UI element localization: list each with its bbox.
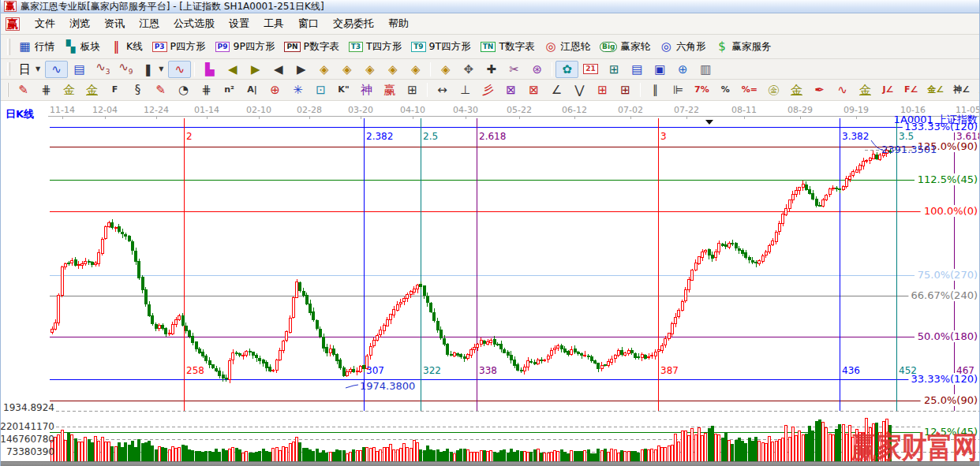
red-grid-button[interactable]: ⊞ bbox=[591, 81, 614, 99]
box-rays-button[interactable]: ⊠ bbox=[499, 81, 522, 99]
k-measure-button[interactable]: K" bbox=[332, 81, 355, 99]
calculator-icon: ⊞ bbox=[608, 63, 621, 76]
p-number-table-icon: PN bbox=[284, 42, 300, 52]
wave3-button[interactable]: ∿3 bbox=[91, 58, 114, 80]
gann-clock-button[interactable]: ◔ bbox=[172, 81, 195, 99]
chart-zigzag-toggle[interactable]: ∿ bbox=[45, 61, 68, 78]
menu-item-7[interactable]: 窗口 bbox=[291, 15, 326, 32]
last-bar-button[interactable]: ▶ bbox=[244, 61, 267, 78]
j-angle-button[interactable]: J∠ bbox=[877, 81, 900, 99]
calendar-button[interactable]: 21 bbox=[578, 62, 603, 76]
menu-item-9[interactable]: 帮助 bbox=[381, 15, 416, 32]
histogram-button[interactable]: ▙ bbox=[198, 61, 221, 78]
grid-target-button[interactable]: ⊡ bbox=[309, 81, 332, 99]
shen-tool-button[interactable]: 神 bbox=[355, 81, 378, 99]
target-circle-button[interactable]: ⊕ bbox=[264, 81, 286, 99]
draw-pencil2-button[interactable]: ✎ bbox=[149, 81, 172, 99]
diamond-right-button[interactable]: ◈ bbox=[335, 61, 358, 78]
svg-text:2: 2 bbox=[186, 131, 193, 142]
menu-item-2[interactable]: 资讯 bbox=[97, 15, 132, 32]
p9-square-button[interactable]: P99P四方形 bbox=[211, 38, 280, 56]
print-button[interactable]: ▥ bbox=[694, 61, 717, 78]
hrange-button[interactable]: ↔ bbox=[431, 81, 454, 99]
percent-level-button[interactable]: %= bbox=[737, 81, 762, 99]
hexagon-button[interactable]: ◎六角形 bbox=[655, 38, 711, 56]
diamond-expand-button[interactable]: ◈ bbox=[358, 61, 381, 78]
price-scale-button[interactable]: ⊫ bbox=[667, 81, 690, 99]
wave-fit-button[interactable]: ∿ bbox=[831, 81, 854, 99]
sectors-button[interactable]: ▚板块 bbox=[59, 38, 105, 56]
t-number-table-button[interactable]: TNT数字表 bbox=[476, 38, 540, 56]
red-grid2-button[interactable]: ⊞ bbox=[614, 81, 637, 99]
grid-123-button[interactable]: ⊞ bbox=[401, 81, 424, 99]
zigzag-red-button[interactable]: ∿ bbox=[168, 61, 191, 78]
p-number-table-button[interactable]: PNP数字表 bbox=[279, 38, 343, 56]
notes-button[interactable]: ▤ bbox=[626, 61, 649, 78]
winner-wheel-button[interactable]: Big赢家轮 bbox=[595, 38, 655, 56]
next-bar-button[interactable]: ▶ bbox=[290, 61, 312, 78]
kline-chart-area[interactable]: 11-1412-0412-2401-1402-1002-2803-2004-10… bbox=[1, 101, 979, 461]
golden-section2-button[interactable]: 金 bbox=[80, 81, 103, 99]
ying-tool-button[interactable]: 赢 bbox=[378, 81, 401, 99]
gann-wheel-button[interactable]: ◎江恩轮 bbox=[540, 38, 596, 56]
magic-tool-button[interactable]: ⊛ bbox=[526, 61, 548, 78]
golden-section-button[interactable]: 金 bbox=[58, 81, 80, 99]
fibonacci-button[interactable]: F bbox=[103, 81, 126, 99]
diamond-vmerge-button[interactable]: ◈ bbox=[404, 61, 427, 78]
quotes-button[interactable]: ▦行情 bbox=[13, 38, 59, 56]
star-burst-button[interactable]: ✳ bbox=[286, 81, 309, 99]
kline-button[interactable]: ‖K线 bbox=[105, 38, 148, 56]
hand-tool-button[interactable]: ✥ bbox=[457, 61, 480, 78]
diamond-vsplit-button[interactable]: ◈ bbox=[434, 61, 457, 78]
info-panel-button[interactable]: ▤ bbox=[68, 61, 91, 78]
angle-a-button[interactable]: A| bbox=[241, 81, 264, 99]
menu-item-8[interactable]: 交易委托 bbox=[326, 15, 381, 32]
t9-square-button[interactable]: T99T四方形 bbox=[406, 38, 476, 56]
f-angle-button[interactable]: F∠ bbox=[900, 81, 922, 99]
menu-item-0[interactable]: 文件 bbox=[28, 15, 62, 32]
save-button[interactable]: ▣ bbox=[649, 61, 671, 78]
box-rays2-button[interactable]: ⊠ bbox=[522, 81, 545, 99]
ink-button[interactable]: ✒ bbox=[808, 81, 831, 99]
diamond-left-button[interactable]: ◈ bbox=[312, 61, 335, 78]
p-square-button[interactable]: P3P四方形 bbox=[148, 38, 211, 56]
rays-button[interactable]: 彡 bbox=[477, 81, 499, 99]
menu-item-3[interactable]: 江恩 bbox=[132, 15, 166, 32]
frame-button[interactable]: ⊥ bbox=[454, 81, 477, 99]
parallel-lines-button[interactable]: ∥ bbox=[644, 81, 667, 99]
ying-angle-button[interactable]: 赢∠ bbox=[974, 81, 980, 99]
price-lines-button[interactable]: ⋕ bbox=[195, 81, 218, 99]
draw-pencil-button[interactable]: ✎ bbox=[12, 81, 35, 99]
period-label: 日K线 bbox=[6, 108, 34, 120]
measure-tool-button[interactable]: ✂ bbox=[503, 61, 526, 78]
shen-angle-button[interactable]: 神∠ bbox=[948, 81, 974, 99]
network-button[interactable]: ⊕ bbox=[671, 61, 694, 78]
wave9-button[interactable]: ∿9 bbox=[114, 58, 137, 80]
gann-grid-lines-button[interactable]: ⋕ bbox=[35, 81, 58, 99]
brain-tool-button[interactable]: ✿ bbox=[555, 61, 578, 78]
angle-lines-button[interactable]: ∠ bbox=[545, 81, 568, 99]
gold-underline-button[interactable]: 金 bbox=[854, 81, 877, 99]
crosshair-tool-button[interactable]: ✚ bbox=[480, 61, 503, 78]
percent-button[interactable]: % bbox=[714, 81, 737, 99]
first-bar-button[interactable]: ◀ bbox=[221, 61, 244, 78]
winner-service-button[interactable]: $赢家服务 bbox=[710, 38, 776, 56]
candle-style-select[interactable]: ❚▼ bbox=[137, 61, 168, 78]
v-lines-button[interactable]: ⋁ bbox=[568, 81, 591, 99]
menu-item-1[interactable]: 浏览 bbox=[62, 15, 97, 32]
gold-level-button[interactable]: 金 bbox=[785, 81, 808, 99]
spiral-button[interactable]: § bbox=[126, 81, 149, 99]
period-day-select[interactable]: 日▼ bbox=[13, 61, 45, 78]
kline-chart-svg[interactable]: 11-1412-0412-2401-1402-1002-2803-2004-10… bbox=[1, 101, 980, 461]
calculator-button[interactable]: ⊞ bbox=[603, 61, 626, 78]
menu-item-4[interactable]: 公式选股 bbox=[166, 15, 222, 32]
percent7-button[interactable]: 7% bbox=[690, 81, 714, 99]
t-square-button[interactable]: T3T四方形 bbox=[344, 38, 407, 56]
prev-bar-button[interactable]: ◀ bbox=[267, 61, 290, 78]
menu-item-6[interactable]: 工具 bbox=[256, 15, 291, 32]
n-square-button[interactable]: n² bbox=[218, 81, 241, 99]
gold-circle-button[interactable]: ㊎ bbox=[762, 81, 785, 99]
gold-angle-button[interactable]: 金∠ bbox=[922, 81, 948, 99]
menu-item-5[interactable]: 设置 bbox=[222, 15, 256, 32]
diamond-shrink-button[interactable]: ◈ bbox=[381, 61, 404, 78]
